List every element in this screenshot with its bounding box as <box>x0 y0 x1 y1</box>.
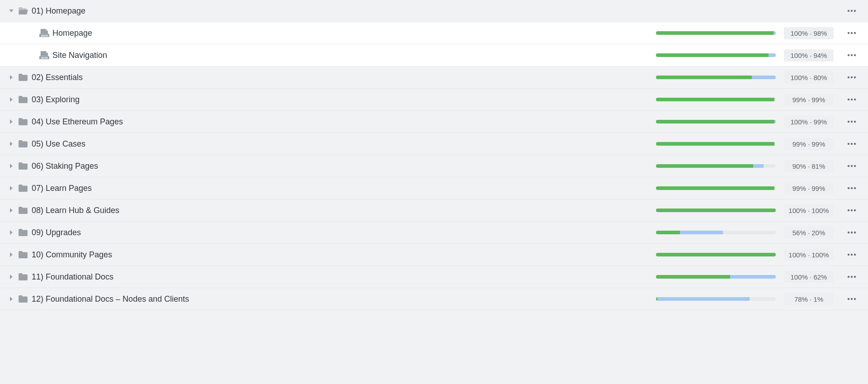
svg-point-36 <box>854 232 856 233</box>
stat-translated: 100% <box>791 52 808 59</box>
progress-approved <box>656 76 752 79</box>
item-label[interactable]: 07) Learn Pages <box>30 184 651 193</box>
stat-translated: 99% <box>793 96 806 104</box>
more-menu-icon[interactable] <box>842 165 862 167</box>
folder-row[interactable]: 05) Use Cases99% · 99% <box>0 133 868 155</box>
folder-icon <box>16 251 30 259</box>
progress-approved <box>656 98 774 101</box>
more-menu-icon[interactable] <box>842 209 862 212</box>
item-label[interactable]: Homepage <box>51 28 651 38</box>
more-menu-icon[interactable] <box>842 142 862 145</box>
svg-point-39 <box>854 254 856 256</box>
more-menu-icon[interactable] <box>842 298 862 300</box>
progress-bar <box>656 186 776 190</box>
folder-row[interactable]: 04) Use Ethereum Pages100% · 99% <box>0 111 868 133</box>
folder-icon <box>16 184 30 192</box>
item-label[interactable]: 09) Upgrades <box>30 228 651 237</box>
item-label[interactable]: 02) Essentials <box>30 73 651 82</box>
item-label[interactable]: 11) Foundational Docs <box>30 272 651 282</box>
progress-bar <box>656 275 776 279</box>
more-menu-icon[interactable] <box>842 253 862 256</box>
progress-bar <box>656 98 776 101</box>
svg-point-32 <box>851 209 853 211</box>
progress-bar <box>656 120 776 123</box>
progress-translated <box>774 120 776 123</box>
stats-badge: 100% · 80% <box>784 71 834 84</box>
folder-row[interactable]: 11) Foundational Docs100% · 62% <box>0 266 868 288</box>
svg-point-31 <box>848 209 849 211</box>
progress-approved <box>656 120 774 123</box>
more-menu-icon[interactable] <box>842 9 862 12</box>
folder-row[interactable]: 06) Staking Pages90% · 81% <box>0 155 868 177</box>
chevron-right-icon[interactable] <box>6 208 16 213</box>
stat-approved: 62% <box>813 273 827 281</box>
chevron-right-icon[interactable] <box>6 119 16 124</box>
stat-approved: 100% <box>811 207 829 214</box>
progress-bar <box>656 297 776 301</box>
chevron-right-icon[interactable] <box>6 252 16 257</box>
more-menu-icon[interactable] <box>842 54 862 57</box>
stat-translated: 100% <box>791 29 808 37</box>
folder-row[interactable]: 03) Exploring99% · 99% <box>0 89 868 111</box>
svg-point-18 <box>854 99 856 100</box>
folder-row[interactable]: 12) Foundational Docs – Nodes and Client… <box>0 288 868 310</box>
stats-badge: 78% · 1% <box>784 293 834 305</box>
progress-bar <box>656 253 776 256</box>
stat-translated: 100% <box>791 118 808 126</box>
chevron-down-icon[interactable] <box>6 9 16 13</box>
chevron-right-icon[interactable] <box>6 230 16 235</box>
more-menu-icon[interactable] <box>842 98 862 101</box>
stats-badge: 90% · 81% <box>784 160 834 172</box>
folder-row[interactable]: 08) Learn Hub & Guides100% · 100% <box>0 199 868 222</box>
file-row[interactable]: JSONHomepage100% · 98% <box>0 22 868 44</box>
stats-badge: 100% · 99% <box>784 116 834 128</box>
item-label[interactable]: 10) Community Pages <box>30 250 651 260</box>
more-menu-icon[interactable] <box>842 275 862 278</box>
svg-point-26 <box>851 165 853 167</box>
item-label[interactable]: 06) Staking Pages <box>30 161 651 171</box>
stat-translated: 100% <box>791 74 808 81</box>
chevron-right-icon[interactable] <box>6 164 16 168</box>
stat-approved: 99% <box>811 140 825 148</box>
progress-translated <box>657 297 750 301</box>
folder-icon <box>16 295 30 303</box>
chevron-right-icon[interactable] <box>6 297 16 301</box>
folder-icon <box>16 162 30 170</box>
stat-separator: · <box>806 251 812 259</box>
folder-row[interactable]: 07) Learn Pages99% · 99% <box>0 177 868 199</box>
more-menu-icon[interactable] <box>842 76 862 79</box>
stats-badge: 100% · 94% <box>784 49 834 62</box>
item-label[interactable]: 03) Exploring <box>30 95 651 104</box>
svg-point-28 <box>848 187 849 189</box>
more-menu-icon[interactable] <box>842 231 862 234</box>
svg-point-37 <box>848 254 849 256</box>
chevron-right-icon[interactable] <box>6 186 16 190</box>
more-menu-icon[interactable] <box>842 120 862 123</box>
stat-separator: · <box>806 207 812 214</box>
folder-row[interactable]: 09) Upgrades56% · 20% <box>0 222 868 244</box>
chevron-right-icon[interactable] <box>6 275 16 279</box>
item-label[interactable]: 08) Learn Hub & Guides <box>30 206 651 215</box>
item-label[interactable]: 01) Homepage <box>30 6 834 16</box>
chevron-right-icon[interactable] <box>6 75 16 80</box>
item-label[interactable]: 04) Use Ethereum Pages <box>30 117 651 127</box>
more-menu-icon[interactable] <box>842 187 862 190</box>
stat-approved: 20% <box>811 229 825 237</box>
stats-badge: 100% · 100% <box>784 204 834 217</box>
chevron-right-icon[interactable] <box>6 142 16 146</box>
item-label[interactable]: 05) Use Cases <box>30 139 651 149</box>
folder-row[interactable]: 10) Community Pages100% · 100% <box>0 244 868 266</box>
file-row[interactable]: JSONSite Navigation100% · 94% <box>0 44 868 66</box>
chevron-right-icon[interactable] <box>6 97 16 102</box>
stat-approved: 98% <box>813 29 827 37</box>
progress-translated <box>753 164 764 168</box>
svg-point-34 <box>848 232 849 233</box>
folder-row[interactable]: 02) Essentials100% · 80% <box>0 66 868 89</box>
more-menu-icon[interactable] <box>842 32 862 34</box>
item-label[interactable]: Site Navigation <box>51 51 651 60</box>
folder-row[interactable]: 01) Homepage <box>0 0 868 22</box>
item-label[interactable]: 12) Foundational Docs – Nodes and Client… <box>30 294 651 304</box>
folder-open-icon <box>16 7 30 15</box>
folder-icon <box>16 228 30 237</box>
stat-separator: · <box>808 29 814 37</box>
